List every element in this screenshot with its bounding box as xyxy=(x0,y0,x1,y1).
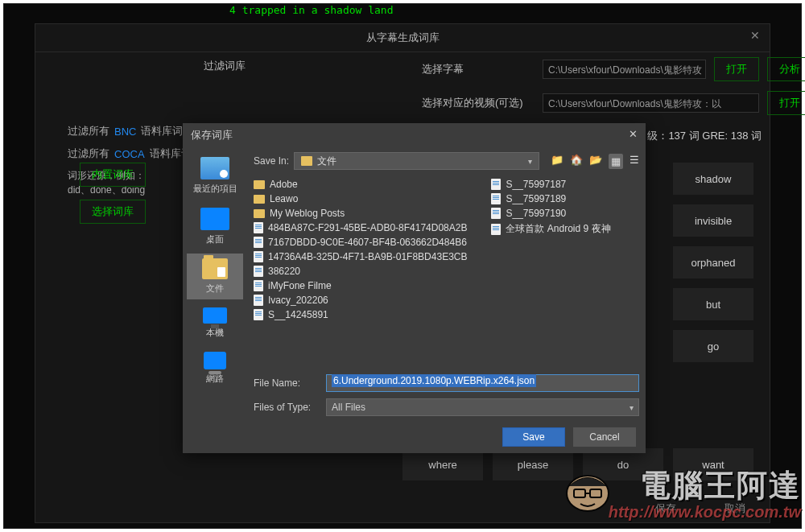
word-shadow[interactable]: shadow xyxy=(673,163,753,195)
new-folder-icon[interactable]: 📂 xyxy=(589,154,602,169)
word-invisible[interactable]: invisible xyxy=(673,204,753,237)
file-icon xyxy=(491,179,501,190)
filename-input[interactable]: 6.Underground.2019.1080p.WEBRip.x264.jso… xyxy=(326,374,639,392)
file-item[interactable]: S__75997189 xyxy=(491,192,610,205)
files-icon xyxy=(202,258,228,279)
file-item-label: 14736A4B-325D-4F71-BA9B-01F8BD43E3CB xyxy=(268,251,467,262)
file-item[interactable]: 14736A4B-325D-4F71-BA9B-01F8BD43E3CB xyxy=(254,250,467,263)
save-dialog-close-icon[interactable]: ✕ xyxy=(629,128,638,140)
builtin-vocabulary-button[interactable]: 内置词库 xyxy=(80,163,146,187)
chevron-down-icon: ▾ xyxy=(528,157,532,166)
file-item[interactable]: 484BA87C-F291-45BE-ADB0-8F4174D08A2B xyxy=(254,221,467,234)
filter-bnc-prefix: 过滤所有 xyxy=(68,124,109,138)
file-item-label: My Weblog Posts xyxy=(270,208,345,219)
file-icon xyxy=(254,222,263,233)
file-item-label: S__75997187 xyxy=(506,179,566,190)
desktop-icon xyxy=(200,208,229,230)
save-action[interactable]: 保存 xyxy=(655,501,676,516)
dialog1-title: 从字幕生成词库 ✕ xyxy=(35,24,770,52)
file-item[interactable]: 全球首款 Android 9 夜神 xyxy=(491,221,610,237)
stats-label: 级：137 词 GRE: 138 词 xyxy=(647,129,762,143)
savein-value: 文件 xyxy=(317,155,336,168)
savein-label: Save In: xyxy=(254,155,289,167)
sidebar-network[interactable]: 網路 xyxy=(187,347,243,390)
file-icon xyxy=(254,266,263,277)
save-file-dialog: 保存词库 ✕ 最近的項目 桌面 文件 本機 xyxy=(183,123,646,453)
save-toolbar: Save In: 文件 ▾ 📁 🏠 📂 ▦ ☰ xyxy=(247,147,646,175)
file-icon xyxy=(254,237,263,248)
network-icon xyxy=(204,352,226,369)
cancel-action[interactable]: 取消 xyxy=(724,501,745,516)
sidebar-network-label: 網路 xyxy=(206,373,224,385)
dialog1-title-text: 从字幕生成词库 xyxy=(366,31,440,43)
folder-icon xyxy=(254,209,265,218)
save-button[interactable]: Save xyxy=(502,427,565,447)
word-do[interactable]: do xyxy=(583,448,663,480)
savein-select[interactable]: 文件 ▾ xyxy=(294,152,539,170)
sidebar-pc[interactable]: 本機 xyxy=(187,303,243,344)
grid-view-icon[interactable]: ▦ xyxy=(609,154,623,169)
list-view-icon[interactable]: ☰ xyxy=(630,154,639,169)
word-want[interactable]: want xyxy=(673,448,753,480)
dialog1-close-icon[interactable]: ✕ xyxy=(750,29,760,42)
file-item[interactable]: S__75997187 xyxy=(491,178,610,191)
subtitle-path-input[interactable]: C:\Users\xfour\Downloads\鬼影特攻：以 xyxy=(543,60,706,79)
word-go[interactable]: go xyxy=(673,330,753,362)
file-item[interactable]: S__14245891 xyxy=(254,308,467,321)
video-label: 选择对应的视频(可选) xyxy=(422,96,535,110)
filename-selected-text: 6.Underground.2019.1080p.WEBRip.x264.jso… xyxy=(332,374,536,387)
file-item[interactable]: Leawo xyxy=(254,192,467,205)
file-item[interactable]: Adobe xyxy=(254,178,467,191)
sidebar-pc-label: 本機 xyxy=(206,327,224,339)
sidebar-files-label: 文件 xyxy=(206,282,224,295)
folder-icon xyxy=(254,180,265,189)
file-icon xyxy=(254,295,263,306)
open-subtitle-button[interactable]: 打开 xyxy=(714,57,759,81)
sidebar-desktop[interactable]: 桌面 xyxy=(187,203,243,250)
file-list[interactable]: AdobeLeawoMy Weblog Posts484BA87C-F291-4… xyxy=(247,175,646,369)
word-where[interactable]: where xyxy=(402,448,483,480)
video-path-input[interactable]: C:\Users\xfour\Downloads\鬼影特攻：以 xyxy=(543,93,759,113)
file-item[interactable]: 7167DBDD-9C0E-4607-BF4B-063662D484B6 xyxy=(254,236,467,249)
word-please[interactable]: please xyxy=(493,448,573,480)
home-icon[interactable]: 🏠 xyxy=(570,154,583,169)
filter-bnc-tag: BNC xyxy=(114,126,136,138)
filter-coca-prefix: 过滤所有 xyxy=(68,146,109,161)
file-item-label: S__14245891 xyxy=(268,309,328,320)
filetype-value: All Files xyxy=(332,402,365,413)
file-icon xyxy=(491,224,501,235)
sidebar-recent[interactable]: 最近的項目 xyxy=(187,152,243,200)
open-video-button[interactable]: 打开 xyxy=(767,91,805,115)
analyze-button[interactable]: 分析 xyxy=(767,57,805,81)
file-item-label: 全球首款 Android 9 夜神 xyxy=(506,222,610,236)
file-item-label: Adobe xyxy=(270,179,298,190)
file-item-label: 386220 xyxy=(268,266,300,277)
word-orphaned[interactable]: orphaned xyxy=(673,246,753,278)
cancel-button[interactable]: Cancel xyxy=(573,427,636,447)
recent-icon xyxy=(200,157,229,179)
up-folder-icon[interactable]: 📁 xyxy=(551,154,564,169)
file-item-label: 7167DBDD-9C0E-4607-BF4B-063662D484B6 xyxy=(268,237,467,248)
file-icon xyxy=(254,309,263,320)
filter-coca-tag: COCA xyxy=(114,148,145,160)
file-item[interactable]: My Weblog Posts xyxy=(254,207,467,220)
sidebar-files[interactable]: 文件 xyxy=(187,254,243,299)
file-icon xyxy=(254,251,263,262)
file-item[interactable]: S__75997190 xyxy=(491,207,610,220)
chevron-down-icon: ▾ xyxy=(630,403,634,412)
folder-icon xyxy=(301,156,312,166)
file-item-label: iMyFone Filme xyxy=(268,280,332,291)
file-item[interactable]: 386220 xyxy=(254,265,467,278)
file-item[interactable]: Ivacy_202206 xyxy=(254,294,467,307)
save-dialog-title: 保存词库 ✕ xyxy=(183,123,646,147)
filetype-select[interactable]: All Files ▾ xyxy=(326,398,639,416)
file-item-label: S__75997190 xyxy=(506,208,566,219)
file-item-label: S__75997189 xyxy=(506,193,566,204)
filename-label: File Name: xyxy=(254,377,320,389)
filetype-label: Files of Type: xyxy=(254,402,320,413)
sidebar-recent-label: 最近的項目 xyxy=(193,183,237,195)
word-but[interactable]: but xyxy=(673,288,753,320)
file-item[interactable]: iMyFone Filme xyxy=(254,279,467,292)
save-dialog-title-text: 保存词库 xyxy=(191,129,233,141)
select-vocabulary-button[interactable]: 选择词库 xyxy=(80,200,146,224)
